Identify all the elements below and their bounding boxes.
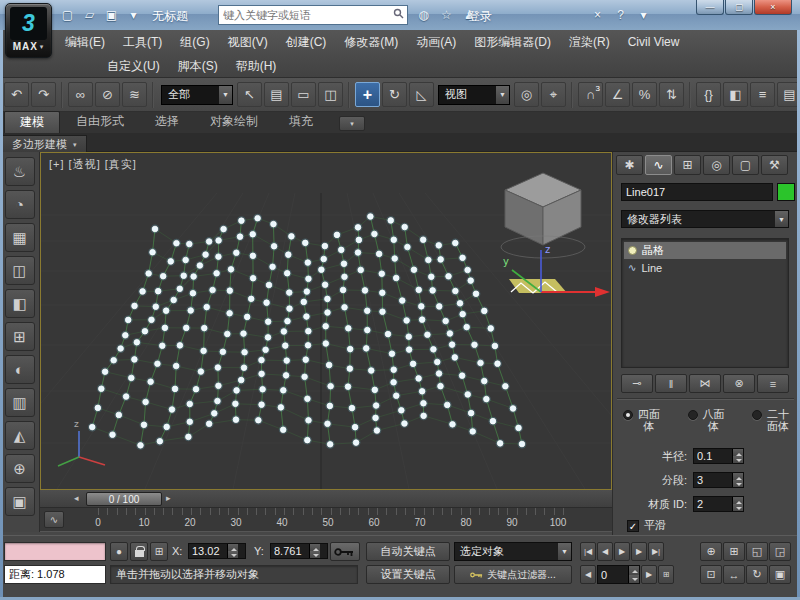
auto-key-button[interactable]: 自动关键点: [366, 542, 450, 561]
perspective-viewport[interactable]: y z z [+] [透视] [真实]: [40, 152, 612, 490]
time-slider-left-arrow[interactable]: ◂: [74, 493, 79, 503]
viewport-label[interactable]: [+] [透视] [真实]: [49, 157, 137, 172]
zoom-icon[interactable]: ⊕: [700, 542, 722, 561]
search-icon[interactable]: [393, 8, 404, 22]
zoom-extents-icon[interactable]: ◱: [746, 542, 768, 561]
bind-to-space-warp-icon[interactable]: ≋: [122, 82, 147, 107]
ribbon-panel-icon[interactable]: ⊕: [5, 454, 35, 483]
sign-in-button[interactable]: 登录: [468, 8, 492, 25]
select-and-move-icon[interactable]: +: [355, 82, 380, 107]
use-pivot-point-center-icon[interactable]: ◎: [514, 82, 539, 107]
ribbon-panel-icon[interactable]: ▣: [5, 487, 35, 516]
keyboard-override-toggle[interactable]: [330, 542, 360, 561]
rectangular-selection-region-icon[interactable]: ▭: [291, 82, 316, 107]
next-frame-button[interactable]: ▶: [631, 542, 647, 561]
show-end-result-button[interactable]: ‖: [655, 374, 687, 393]
search-input[interactable]: [219, 9, 393, 21]
menu-item[interactable]: Civil View: [619, 31, 689, 53]
select-by-name-icon[interactable]: ▤: [264, 82, 289, 107]
ribbon-panel-icon[interactable]: ◫: [5, 256, 35, 285]
application-menu-button[interactable]: 3 MAX▾: [5, 3, 52, 58]
display-tab-icon[interactable]: ▢: [732, 155, 759, 175]
spinner-arrows[interactable]: [732, 473, 743, 487]
help-menu-arrow-icon[interactable]: ▾: [634, 5, 653, 25]
remove-modifier-button[interactable]: ⊗: [723, 374, 755, 393]
orbit-icon[interactable]: ↻: [746, 565, 768, 584]
previous-frame-button[interactable]: ◀: [597, 542, 613, 561]
menu-item[interactable]: 修改器(M): [335, 31, 407, 53]
maximize-viewport-toggle-icon[interactable]: ▣: [769, 565, 791, 584]
mini-curve-editor-button[interactable]: ∿: [44, 511, 64, 528]
percent-snap-toggle-icon[interactable]: %: [632, 82, 657, 107]
select-and-manipulate-icon[interactable]: ⌖: [541, 82, 566, 107]
ribbon-panel-icon[interactable]: ▦: [5, 223, 35, 252]
configure-modifier-sets-button[interactable]: ≡: [757, 374, 789, 393]
spinner-arrows[interactable]: [227, 544, 238, 558]
time-slider-handle[interactable]: 0 / 100: [86, 492, 162, 506]
align-icon[interactable]: ≡: [750, 82, 775, 107]
angle-snap-toggle-icon[interactable]: ∠: [605, 82, 630, 107]
close-button[interactable]: ×: [754, 0, 792, 15]
select-and-scale-icon[interactable]: ◺: [409, 82, 434, 107]
motion-tab-icon[interactable]: ◎: [703, 155, 730, 175]
ribbon-tab[interactable]: 自由形式: [61, 111, 139, 133]
menu-item[interactable]: 创建(C): [277, 31, 336, 53]
smooth-checkbox-row[interactable]: ✓ 平滑: [627, 518, 666, 533]
selection-set-dropdown[interactable]: 选定对象 ▼: [454, 542, 572, 561]
frame-number-field[interactable]: [597, 565, 640, 584]
communication-center-icon[interactable]: ◍: [414, 5, 433, 25]
joint-type-radio[interactable]: 八面体: [688, 408, 727, 432]
mirror-icon[interactable]: ◧: [723, 82, 748, 107]
menu-item[interactable]: 渲染(R): [560, 31, 619, 53]
ribbon-panel-icon[interactable]: ◭: [5, 421, 35, 450]
menu-item[interactable]: 帮助(H): [227, 55, 286, 77]
lattice-object[interactable]: [88, 212, 527, 450]
selection-lock-toggle-icon[interactable]: [130, 542, 148, 561]
utilities-tab-icon[interactable]: ⚒: [761, 155, 788, 175]
ribbon-panel-icon[interactable]: ◔: [5, 190, 35, 219]
time-slider-right-arrow[interactable]: ▸: [166, 493, 171, 503]
ribbon-panel-icon[interactable]: ◧: [5, 289, 35, 318]
maxscript-mini-listener[interactable]: [4, 542, 106, 561]
redo-icon[interactable]: ↷: [31, 82, 56, 107]
ribbon-tab[interactable]: 填充: [274, 111, 328, 133]
menu-item[interactable]: 自定义(U): [98, 55, 169, 77]
menu-item[interactable]: 脚本(S): [169, 55, 227, 77]
smooth-checkbox[interactable]: ✓: [627, 520, 639, 532]
reference-coordinate-system-dropdown[interactable]: 视图▼: [438, 85, 510, 105]
polygon-modeling-tab[interactable]: 多边形建模▾: [2, 135, 87, 152]
hierarchy-tab-icon[interactable]: ⊞: [674, 155, 701, 175]
help-icon[interactable]: ?: [611, 5, 630, 25]
pin-stack-button[interactable]: ⊸: [621, 374, 653, 393]
make-unique-button[interactable]: ⋈: [689, 374, 721, 393]
y-coordinate-field[interactable]: [270, 543, 328, 559]
zoom-all-icon[interactable]: ⊞: [723, 542, 745, 561]
view-cube[interactable]: [501, 173, 585, 258]
ribbon-panel-modeling-icon[interactable]: ♨: [5, 157, 35, 186]
ribbon-panel-icon[interactable]: ▥: [5, 388, 35, 417]
lightbulb-icon[interactable]: [628, 246, 637, 255]
go-to-start-button[interactable]: |◀: [580, 542, 596, 561]
minimize-button[interactable]: —: [696, 0, 724, 15]
spinner-arrows[interactable]: [732, 497, 743, 511]
ribbon-panel-icon[interactable]: ◐: [5, 355, 35, 384]
key-mode-toggle-button[interactable]: ◀: [580, 565, 596, 584]
ribbon-tab[interactable]: 对象绘制: [195, 111, 273, 133]
key-filters-button[interactable]: 关键点过滤器...: [454, 565, 572, 584]
infocenter-toggle-icon[interactable]: ×: [588, 5, 607, 25]
menu-item[interactable]: 工具(T): [114, 31, 171, 53]
ribbon-panel-icon[interactable]: ⊞: [5, 322, 35, 351]
modifier-stack-item[interactable]: 晶格: [624, 242, 786, 259]
modify-tab-icon[interactable]: ∿: [645, 155, 672, 175]
go-to-end-button[interactable]: ▶|: [648, 542, 664, 561]
maximize-button[interactable]: ▢: [725, 0, 753, 15]
snaps-toggle-icon[interactable]: ∩3: [578, 82, 603, 107]
save-file-icon[interactable]: ▣: [102, 5, 121, 25]
play-animation-button[interactable]: ▶: [614, 542, 630, 561]
spinner-arrows[interactable]: [732, 449, 743, 463]
object-color-swatch[interactable]: [777, 183, 795, 201]
spinner-arrows[interactable]: [309, 544, 320, 558]
menu-item[interactable]: 图形编辑器(D): [465, 31, 560, 53]
zoom-region-icon[interactable]: ⊡: [700, 565, 722, 584]
menu-item[interactable]: 组(G): [171, 31, 218, 53]
